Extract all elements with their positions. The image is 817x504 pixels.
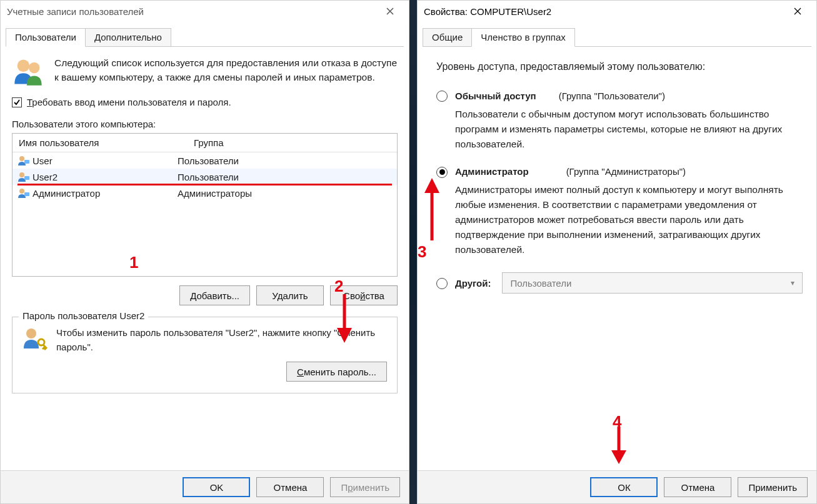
opt-standard-group: (Группа "Пользователи") bbox=[559, 89, 665, 103]
combo-value: Пользователи bbox=[510, 276, 571, 290]
annotation-number: 4 bbox=[613, 409, 621, 434]
properties-button[interactable]: Свойства bbox=[330, 285, 398, 305]
apply-button[interactable]: Применить bbox=[738, 477, 808, 497]
col-username[interactable]: Имя пользователя bbox=[13, 134, 188, 152]
tab-membership[interactable]: Членство в группах bbox=[471, 28, 574, 47]
opt-standard-desc: Пользователи с обычным доступом могут ис… bbox=[455, 107, 803, 152]
opt-standard-title: Обычный доступ bbox=[455, 89, 536, 103]
require-login-label[interactable]: Требовать ввод имени пользователя и паро… bbox=[27, 97, 231, 107]
user-properties-dialog: Свойства: COMPUTER\User2 Общие Членство … bbox=[417, 0, 817, 504]
radio-standard[interactable] bbox=[436, 91, 448, 102]
intro-text: Следующий список используется для предос… bbox=[54, 56, 398, 88]
tabs-left: Пользователи Дополнительно bbox=[6, 28, 404, 47]
titlebar-right: Свойства: COMPUTER\User2 bbox=[418, 1, 816, 22]
access-level-label: Уровень доступа, предоставляемый этому п… bbox=[436, 59, 803, 75]
svg-point-4 bbox=[19, 172, 24, 177]
svg-point-0 bbox=[18, 60, 29, 72]
svg-rect-3 bbox=[24, 160, 29, 164]
opt-admin-group: (Группа "Администраторы") bbox=[566, 164, 686, 179]
opt-other-title: Другой: bbox=[455, 276, 491, 290]
svg-rect-7 bbox=[24, 192, 29, 196]
user-icon bbox=[18, 187, 30, 199]
annotation-arrow-down-icon bbox=[606, 427, 631, 465]
require-login-checkbox[interactable] bbox=[12, 97, 22, 107]
other-group-combo[interactable]: Пользователи ▾ bbox=[502, 272, 803, 294]
opt-admin-title: Администратор bbox=[455, 164, 529, 179]
users-list-label: Пользователи этого компьютера: bbox=[12, 119, 398, 129]
users-listbox[interactable]: Имя пользователя Группа User Пользовател… bbox=[12, 133, 398, 277]
svg-point-2 bbox=[19, 156, 24, 161]
svg-point-6 bbox=[19, 189, 24, 194]
tab-advanced[interactable]: Дополнительно bbox=[85, 28, 171, 46]
chevron-down-icon: ▾ bbox=[791, 277, 794, 289]
ok-button[interactable]: OK bbox=[183, 477, 250, 497]
close-icon[interactable] bbox=[378, 2, 403, 20]
password-groupbox: Пароль пользователя User2 Чтобы изменить… bbox=[12, 317, 398, 393]
window-title: Свойства: COMPUTER\User2 bbox=[424, 6, 551, 17]
svg-marker-15 bbox=[611, 450, 626, 464]
opt-admin-desc: Администраторы имеют полный доступ к ком… bbox=[455, 182, 803, 257]
col-group[interactable]: Группа bbox=[188, 134, 397, 152]
annotation-arrow-up-icon bbox=[419, 178, 444, 240]
annotation-number: 3 bbox=[418, 239, 426, 264]
key-user-icon bbox=[23, 326, 48, 351]
cancel-button[interactable]: Отмена bbox=[664, 477, 731, 497]
window-separator bbox=[409, 0, 417, 504]
titlebar-left: Учетные записи пользователей bbox=[1, 1, 409, 22]
ok-button[interactable]: ОК bbox=[590, 477, 658, 497]
svg-point-8 bbox=[26, 329, 36, 338]
add-button[interactable]: Добавить... bbox=[179, 285, 250, 305]
change-password-button[interactable]: Сменить пароль... bbox=[286, 362, 387, 382]
user-icon bbox=[18, 171, 30, 182]
radio-other[interactable] bbox=[436, 278, 448, 289]
svg-point-1 bbox=[29, 62, 39, 73]
user-accounts-dialog: Учетные записи пользователей Пользовател… bbox=[0, 0, 409, 504]
window-title: Учетные записи пользователей bbox=[7, 6, 144, 17]
svg-point-9 bbox=[38, 339, 44, 345]
list-item[interactable]: User2 Пользователи bbox=[13, 169, 397, 185]
apply-button[interactable]: Применить bbox=[330, 477, 400, 497]
cancel-button[interactable]: Отмена bbox=[256, 477, 324, 497]
list-item[interactable]: User Пользователи bbox=[13, 152, 397, 169]
close-icon[interactable] bbox=[785, 2, 810, 20]
tabs-right: Общие Членство в группах bbox=[423, 28, 811, 47]
tab-general[interactable]: Общие bbox=[423, 28, 472, 46]
svg-rect-5 bbox=[24, 176, 29, 180]
remove-button[interactable]: Удалить bbox=[256, 285, 324, 305]
tab-users[interactable]: Пользователи bbox=[6, 28, 86, 47]
password-text: Чтобы изменить пароль пользователя "User… bbox=[56, 326, 387, 354]
password-group-title: Пароль пользователя User2 bbox=[19, 310, 148, 321]
users-icon bbox=[12, 56, 44, 88]
svg-marker-12 bbox=[424, 178, 439, 193]
dialog-footer-right: ОК Отмена Применить bbox=[418, 470, 816, 503]
list-item[interactable]: Администратор Администраторы bbox=[13, 185, 397, 201]
dialog-footer-left: OK Отмена Применить bbox=[1, 470, 409, 503]
radio-admin[interactable] bbox=[436, 167, 448, 178]
user-icon bbox=[18, 155, 30, 166]
